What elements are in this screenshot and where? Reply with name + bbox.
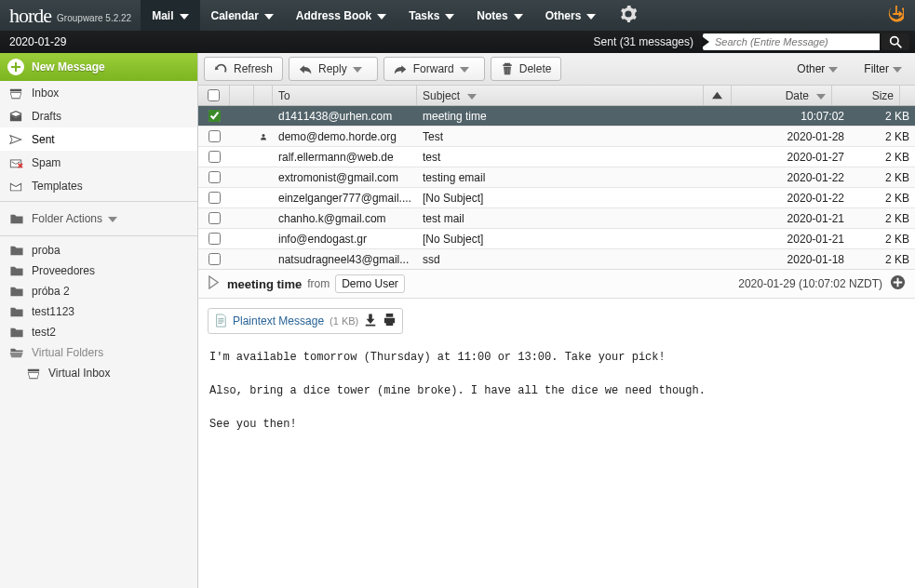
message-row[interactable]: info@endogast.gr[No Subject]2020-01-212 … [198,229,915,249]
mailbox-sent[interactable]: Sent [0,127,197,151]
row-to: demo@demo.horde.org [273,130,417,143]
row-subject: [No Subject] [417,233,721,246]
virtual-folders-label: Virtual Folders [32,346,103,359]
download-icon[interactable] [364,313,377,329]
message-row[interactable]: extromonist@gmail.comtesting email2020-0… [198,167,915,188]
header-flag[interactable] [230,86,254,105]
nav-others[interactable]: Others [534,0,608,31]
row-checkbox[interactable] [198,192,230,204]
message-row[interactable]: demo@demo.horde.orgTest2020-01-282 KB [198,127,915,147]
message-list[interactable]: d1411438@urhen.commeeting time10:07:022 … [198,106,915,269]
search-box[interactable] [703,33,880,50]
row-date: 2020-01-18 [749,253,850,266]
search-input[interactable] [709,36,880,47]
row-checkbox[interactable] [198,151,230,163]
message-row[interactable]: d1411438@urhen.commeeting time10:07:022 … [198,106,915,127]
preview-from-user[interactable]: Demo User [335,274,405,293]
plus-icon [7,59,24,75]
print-icon[interactable] [383,313,397,329]
row-size: 2 KB [850,130,915,143]
row-size: 2 KB [850,151,915,164]
row-checkbox[interactable] [198,110,230,122]
play-icon[interactable] [208,275,220,292]
logout-icon[interactable] [876,6,915,25]
row-size: 2 KB [850,171,915,184]
chevron-down-icon [180,9,189,22]
chevron-down-icon[interactable] [353,62,368,75]
mailbox-templates[interactable]: Templates [0,174,197,197]
select-all-checkbox[interactable] [198,86,230,105]
delete-button[interactable]: Delete [491,57,562,81]
column-size[interactable]: Size [832,86,900,105]
nav-tasks[interactable]: Tasks [397,0,465,31]
row-date: 2020-01-21 [749,212,850,225]
preview-subject: meeting time [227,277,302,291]
chevron-down-icon[interactable] [460,62,475,75]
mailbox-drafts[interactable]: Drafts [0,104,197,127]
folder-icon [9,244,24,257]
nav-notes[interactable]: Notes [465,0,533,31]
sort-icon [467,89,477,102]
sent-icon [7,133,24,146]
inbox-icon [7,87,24,100]
folder-count: Sent (31 messages) [594,35,693,48]
filter-menu[interactable]: Filter [860,62,906,75]
folder-actions[interactable]: Folder Actions [0,206,197,232]
header-from-icon[interactable] [254,86,273,105]
folder-test1123[interactable]: test1123 [0,301,197,322]
nav-label: Others [545,9,582,22]
arrow-up-icon [712,91,722,100]
chevron-down-icon [445,9,454,22]
other-menu[interactable]: Other [793,62,841,75]
refresh-icon [214,62,228,76]
sort-icon [816,89,826,102]
folder-label: test1123 [32,305,74,318]
row-checkbox[interactable] [198,130,230,142]
row-checkbox[interactable] [198,233,230,245]
attachment-box: Plaintext Message (1 KB) [208,308,403,334]
nav-calendar[interactable]: Calendar [200,0,285,31]
preview-timestamp: 2020-01-29 (10:07:02 NZDT) [738,277,882,290]
column-subject[interactable]: Subject [417,86,704,105]
forward-button[interactable]: Forward [383,57,485,81]
row-checkbox[interactable] [198,253,230,265]
settings-gear-icon[interactable] [611,6,646,25]
row-subject: ssd [417,253,721,266]
nav-mail[interactable]: Mail [141,0,199,31]
row-date: 2020-01-21 [749,233,850,246]
message-body: I'm available tomorrow (Thursday) at 11:… [198,334,915,448]
message-row[interactable]: natsudragneel43@gmail...ssd2020-01-182 K… [198,249,915,269]
new-message-button[interactable]: New Message [0,53,197,81]
brand-logo: horde [0,4,57,28]
reply-button[interactable]: Reply [289,57,378,81]
column-attachment[interactable] [704,86,732,105]
row-to: d1411438@urhen.com [273,110,417,123]
row-checkbox[interactable] [198,212,230,224]
mailbox-label: Inbox [32,87,59,100]
message-row[interactable]: chanho.k@gmail.comtest mail2020-01-212 K… [198,208,915,229]
row-subject: testing email [417,171,721,184]
folder-próba-2[interactable]: próba 2 [0,281,197,301]
nav-address-book[interactable]: Address Book [285,0,397,31]
folder-test2[interactable]: test2 [0,322,197,342]
mailbox-inbox[interactable]: Inbox [0,81,197,104]
message-table-header: To Subject Date Size [198,86,915,106]
attachment-link[interactable]: Plaintext Message [233,314,324,327]
column-date[interactable]: Date [732,86,832,105]
sidebar: New Message InboxDraftsSentSpamTemplates… [0,53,198,588]
folder-proba[interactable]: proba [0,240,197,261]
nav-label: Address Book [296,9,371,22]
expand-button[interactable] [890,274,906,293]
refresh-button[interactable]: Refresh [204,57,283,81]
row-size: 2 KB [850,233,915,246]
mailbox-spam[interactable]: Spam [0,151,197,174]
row-subject: test [417,151,721,164]
search-button[interactable] [881,33,909,50]
message-row[interactable]: einzelganger777@gmail....[No Subject]202… [198,188,915,208]
folder-proveedores[interactable]: Proveedores [0,261,197,281]
message-row[interactable]: ralf.ellermann@web.detest2020-01-272 KB [198,147,915,167]
row-checkbox[interactable] [198,171,230,183]
virtual-folders[interactable]: Virtual Folders [0,342,197,363]
column-to[interactable]: To [273,86,417,105]
virtual-inbox[interactable]: Virtual Inbox [0,363,197,383]
